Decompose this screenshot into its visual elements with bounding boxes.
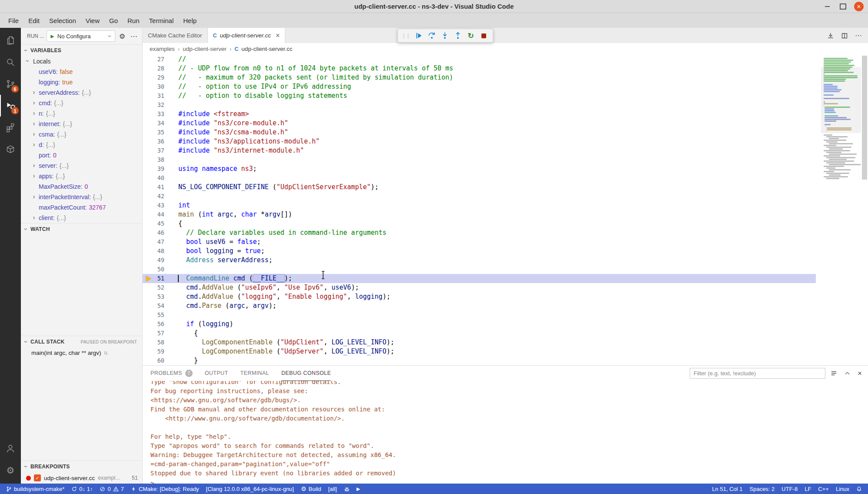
line-number[interactable]: 29 — [143, 73, 174, 82]
menu-go[interactable]: Go — [104, 15, 123, 27]
menu-help[interactable]: Help — [178, 15, 201, 27]
activity-source-control[interactable]: 6 — [0, 73, 21, 95]
activity-accounts[interactable] — [0, 437, 21, 459]
line-number[interactable]: 35 — [143, 128, 174, 137]
line-number[interactable]: 40 — [143, 174, 174, 183]
code-line[interactable]: 27// — [143, 55, 816, 64]
indentation[interactable]: Spaces: 2 — [746, 484, 778, 494]
line-number[interactable]: 38 — [143, 155, 174, 164]
code-line[interactable]: 56 if (logging) — [143, 320, 816, 329]
more-editor-actions-icon[interactable]: ⋯ — [855, 31, 862, 40]
activity-search[interactable] — [0, 51, 21, 73]
menu-selection[interactable]: Selection — [44, 15, 81, 27]
restart-button[interactable]: ↻ — [465, 30, 477, 42]
line-number[interactable]: 30 — [143, 82, 174, 91]
variable-row[interactable]: ›client:{...} — [21, 213, 142, 223]
line-number[interactable]: 44 — [143, 210, 174, 219]
code-line[interactable]: 60 } — [143, 356, 816, 365]
language-mode[interactable]: C++ — [815, 484, 832, 494]
line-number[interactable]: 39 — [143, 164, 174, 174]
line-number[interactable]: 54 — [143, 301, 174, 310]
notifications[interactable] — [853, 484, 865, 494]
menu-file[interactable]: File — [3, 15, 23, 27]
line-number[interactable]: 36 — [143, 137, 174, 146]
menu-edit[interactable]: Edit — [23, 15, 44, 27]
line-number[interactable]: 47 — [143, 237, 174, 247]
code-line[interactable]: 32 — [143, 100, 816, 110]
line-number[interactable]: 45 — [143, 219, 174, 228]
variable-row[interactable]: maxPacketCount:32767 — [21, 202, 142, 213]
continue-button[interactable] — [413, 30, 424, 42]
console-options-icon[interactable] — [831, 370, 837, 377]
code-line[interactable]: 39using namespace ns3; — [143, 164, 816, 174]
activity-extensions[interactable] — [0, 117, 21, 138]
view-more-actions-icon[interactable]: ⋯ — [129, 32, 139, 40]
cpp-configuration[interactable]: Linux — [832, 484, 853, 494]
arrow-down-icon[interactable] — [827, 32, 834, 39]
panel-tab-problems[interactable]: PROBLEMS7 — [150, 366, 193, 381]
line-number[interactable]: 33 — [143, 110, 174, 119]
split-editor-icon[interactable] — [841, 32, 848, 39]
encoding[interactable]: UTF-8 — [778, 484, 801, 494]
cursor-position[interactable]: Ln 51, Col 1 — [708, 484, 746, 494]
activity-manage[interactable]: ⚙ — [0, 459, 21, 481]
line-number[interactable]: 55 — [143, 310, 174, 320]
line-number[interactable]: 41 — [143, 183, 174, 192]
line-number[interactable]: 59 — [143, 347, 174, 356]
variable-row[interactable]: useV6:false — [21, 67, 142, 77]
maximize-panel-icon[interactable] — [844, 370, 851, 377]
close-tab-icon[interactable]: × — [276, 32, 280, 40]
code-line[interactable]: 45{ — [143, 219, 816, 228]
scrollbar-slider[interactable] — [862, 56, 867, 180]
line-number[interactable]: 57 — [143, 329, 174, 338]
debug-config-dropdown[interactable]: ▶ No Configura › — [47, 30, 115, 42]
maximize-button[interactable] — [838, 2, 847, 11]
code-line[interactable]: 35#include "ns3/csma-module.h" — [143, 128, 816, 137]
code-line[interactable]: 55 — [143, 310, 816, 320]
variable-row[interactable]: ›serverAddress:{...} — [21, 87, 142, 98]
close-panel-icon[interactable]: × — [858, 369, 862, 378]
stack-frame-item[interactable]: main(int argc, char ** argv) u. — [21, 347, 142, 358]
variable-row[interactable]: ›cmd:{...} — [21, 98, 142, 108]
variables-section-header[interactable]: › VARIABLES — [21, 44, 142, 56]
variable-row[interactable]: ›internet:{...} — [21, 119, 142, 129]
step-out-button[interactable] — [452, 30, 464, 42]
problems-status[interactable]: 07 — [96, 484, 127, 494]
step-into-button[interactable] — [439, 30, 451, 42]
code-line[interactable]: 49 Address serverAddress; — [143, 256, 816, 265]
line-number[interactable]: 42 — [143, 192, 174, 201]
call-stack-section-header[interactable]: › CALL STACK PAUSED ON BREAKPOINT — [21, 336, 142, 347]
cmake-build-button[interactable]: ⚙Build — [297, 484, 324, 494]
titlebar[interactable]: udp-client-server.cc - ns-3-dev - Visual… — [0, 0, 868, 13]
code-line[interactable]: 50 — [143, 265, 816, 274]
cmake-status[interactable]: CMake: [Debug]: Ready — [127, 484, 203, 494]
code-line[interactable]: 28// - UDP flow from n0 to n1 of 1024 by… — [143, 64, 816, 73]
code-line[interactable]: 51 CommandLine cmd (__FILE__); — [143, 274, 816, 283]
breakpoint-item[interactable]: ✓ udp-client-server.cc exampl... 51 — [21, 472, 142, 484]
toolbar-drag-handle[interactable]: ⋮⋮ — [401, 33, 410, 39]
line-number[interactable]: 50 — [143, 265, 174, 274]
debug-console-output[interactable]: Type "show configuration" for configurat… — [143, 381, 868, 484]
close-button[interactable]: × — [854, 2, 864, 11]
line-number[interactable]: 28 — [143, 64, 174, 73]
editor-tab[interactable]: CMake Cache Editor — [143, 28, 208, 43]
code-line[interactable]: 46 // Declare variables used in command-… — [143, 228, 816, 237]
git-branch-status[interactable]: buildsystem-cmake* — [3, 484, 68, 494]
variables-scope-row[interactable]: › Locals — [21, 56, 142, 67]
code-line[interactable]: 59 LogComponentEnable ("UdpServer", LOG_… — [143, 347, 816, 356]
console-filter-input[interactable] — [690, 368, 825, 379]
stop-button[interactable] — [478, 30, 490, 42]
eol[interactable]: LF — [801, 484, 815, 494]
code-line[interactable]: 40 — [143, 174, 816, 183]
code-line[interactable]: 57 { — [143, 329, 816, 338]
line-number[interactable]: 32 — [143, 100, 174, 110]
code-line[interactable]: 53 cmd.AddValue ("logging", "Enable logg… — [143, 292, 816, 301]
breadcrumb-item[interactable]: udp-client-server.cc — [241, 46, 292, 52]
variable-row[interactable]: ›server:{...} — [21, 160, 142, 171]
code-line[interactable]: 30// - option to use IPv4 or IPv6 addres… — [143, 82, 816, 91]
variable-row[interactable]: logging:true — [21, 77, 142, 87]
vertical-scrollbar[interactable] — [862, 55, 868, 365]
code-line[interactable]: 47 bool useV6 = false; — [143, 237, 816, 247]
breadcrumb-item[interactable]: examples — [150, 46, 175, 52]
line-number[interactable]: 43 — [143, 201, 174, 210]
